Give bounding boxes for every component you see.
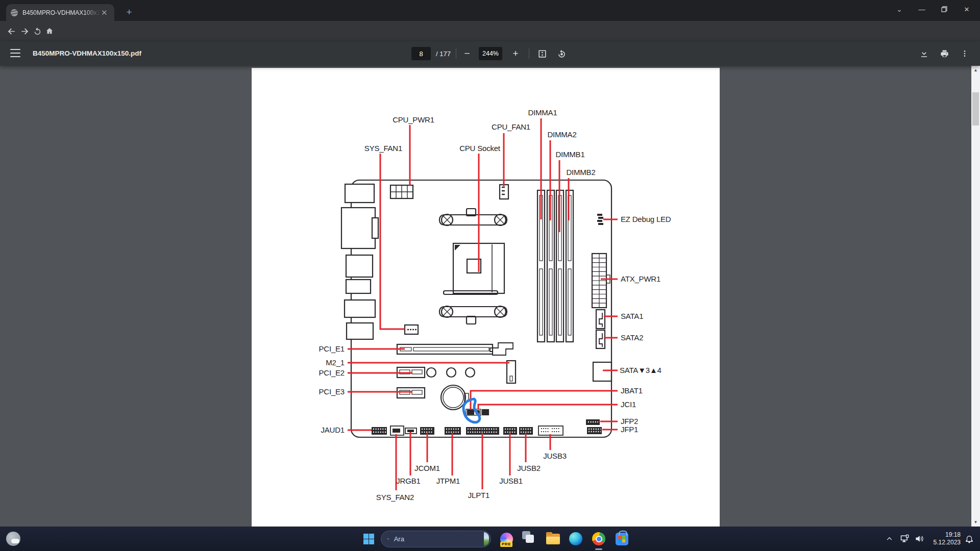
label-dimmb1: DIMMB1	[555, 150, 584, 159]
label-jfp2: JFP2	[621, 417, 638, 425]
start-button[interactable]	[358, 527, 379, 551]
label-jtpm1: JTPM1	[436, 477, 460, 485]
scrollbar[interactable]: ▲ ▼	[971, 66, 980, 527]
print-icon[interactable]	[937, 46, 951, 61]
label-sata2: SATA2	[621, 333, 643, 342]
label-sys-fan1: SYS_FAN1	[364, 144, 402, 153]
tab-close-icon[interactable]: ✕	[101, 8, 108, 17]
fit-page-icon[interactable]	[535, 46, 549, 61]
store-icon	[616, 533, 628, 545]
motherboard-diagram: CPU_PWR1 CPU_FAN1 SYS_FAN1 CPU Socket DI…	[252, 68, 720, 527]
chrome-button[interactable]	[589, 527, 609, 551]
taskbar-search[interactable]	[381, 531, 491, 547]
label-cpu-pwr1: CPU_PWR1	[393, 115, 434, 124]
copilot-button[interactable]: PRE	[496, 527, 517, 551]
label-jbat1: JBAT1	[621, 386, 643, 395]
copilot-icon: PRE	[500, 533, 513, 545]
download-icon[interactable]	[917, 46, 931, 61]
notification-bell-icon[interactable]	[965, 527, 974, 551]
label-dimma2: DIMMA2	[547, 130, 576, 139]
edge-button[interactable]	[566, 527, 586, 551]
tray-chevron-icon[interactable]	[886, 527, 893, 551]
pdf-title: B450MPRO-VDHMAX100x150.pdf	[33, 49, 141, 57]
rotate-icon[interactable]	[554, 46, 569, 61]
label-jfp1: JFP1	[621, 425, 638, 434]
home-button[interactable]	[42, 24, 57, 38]
label-m2-1: M2_1	[326, 358, 345, 367]
tab-strip: B450MPRO-VDHMAX100x150.p ✕ + ⌄ — ✕	[0, 0, 980, 21]
page-total: / 177	[436, 50, 451, 58]
label-sys-fan2: SYS_FAN2	[376, 493, 414, 502]
task-view-button[interactable]	[520, 527, 540, 551]
search-input[interactable]	[394, 535, 484, 543]
label-jcom1: JCOM1	[414, 464, 440, 472]
label-pci-e2: PCI_E2	[319, 368, 345, 377]
label-pci-e3: PCI_E3	[319, 387, 345, 396]
label-dimmb2: DIMMB2	[566, 168, 595, 177]
pdf-more-icon[interactable]	[958, 46, 972, 61]
label-jci1: JCI1	[621, 400, 636, 409]
scroll-down-icon[interactable]: ▼	[971, 518, 980, 527]
pdf-page: CPU_PWR1 CPU_FAN1 SYS_FAN1 CPU Socket DI…	[252, 68, 720, 527]
network-icon[interactable]	[900, 527, 910, 551]
taskbar-clock[interactable]: 19:18 5.12.2023	[930, 527, 961, 551]
tab-title: B450MPRO-VDHMAX100x150.p	[22, 9, 100, 16]
scroll-up-icon[interactable]: ▲	[971, 66, 980, 74]
forward-button[interactable]	[17, 24, 32, 38]
label-sata1: SATA1	[621, 312, 643, 320]
taskbar: PRE 19:18 5.12.2023	[0, 527, 980, 551]
volume-icon[interactable]	[914, 527, 924, 551]
label-jrgb1: JRGB1	[396, 477, 420, 485]
label-pci-e1: PCI_E1	[319, 344, 345, 353]
file-explorer-button[interactable]	[543, 527, 563, 551]
browser-tab[interactable]: B450MPRO-VDHMAX100x150.p ✕	[6, 4, 114, 21]
windows-logo-icon	[363, 534, 374, 544]
label-atx-pwr1: ATX_PWR1	[621, 274, 660, 283]
label-sata34: SATA▼3▲4	[620, 366, 662, 374]
label-jaud1: JAUD1	[321, 425, 345, 434]
label-jusb1: JUSB1	[499, 477, 523, 485]
copilot-pre-badge: PRE	[500, 542, 512, 547]
search-icon	[387, 535, 389, 543]
window-close-button[interactable]: ✕	[955, 0, 978, 18]
label-dimma1: DIMMA1	[528, 108, 557, 117]
zoom-out-button[interactable]: −	[460, 46, 474, 61]
window-restore-button[interactable]	[933, 0, 955, 18]
search-highlight-image[interactable]	[484, 532, 489, 546]
clock-date: 5.12.2023	[934, 539, 961, 546]
pdf-toolbar: B450MPRO-VDHMAX100x150.pdf / 177 − 244% …	[0, 41, 980, 66]
browser-toolbar: download.msi.com/archive/mnu_exe/mb/B450…	[0, 21, 980, 41]
chrome-active-indicator	[595, 548, 602, 550]
scrollbar-thumb[interactable]	[972, 92, 979, 126]
label-ez-debug-led: EZ Debug LED	[621, 215, 671, 223]
page-number-input[interactable]	[411, 47, 431, 60]
label-cpu-socket: CPU Socket	[459, 144, 501, 153]
back-button[interactable]	[4, 24, 18, 38]
label-cpu-fan1: CPU_FAN1	[492, 122, 530, 131]
label-jusb2: JUSB2	[517, 464, 541, 472]
edge-icon	[569, 532, 582, 545]
window-chevron-icon[interactable]: ⌄	[888, 0, 911, 18]
globe-favicon-icon	[10, 9, 18, 17]
chrome-icon	[592, 532, 605, 545]
weather-widget-icon[interactable]	[6, 532, 20, 546]
pdf-menu-icon[interactable]	[10, 49, 20, 57]
window-minimize-button[interactable]: —	[911, 0, 933, 18]
new-tab-button[interactable]: +	[122, 6, 136, 19]
board-outline	[351, 180, 611, 437]
store-button[interactable]	[611, 527, 632, 551]
label-jlpt1: JLPT1	[468, 491, 489, 499]
clock-time: 19:18	[945, 531, 961, 539]
zoom-level[interactable]: 244%	[479, 47, 502, 60]
pdf-viewer: CPU_PWR1 CPU_FAN1 SYS_FAN1 CPU Socket DI…	[0, 66, 980, 527]
folder-icon	[546, 534, 560, 544]
label-jusb3: JUSB3	[543, 452, 567, 460]
zoom-in-button[interactable]: +	[508, 46, 523, 61]
